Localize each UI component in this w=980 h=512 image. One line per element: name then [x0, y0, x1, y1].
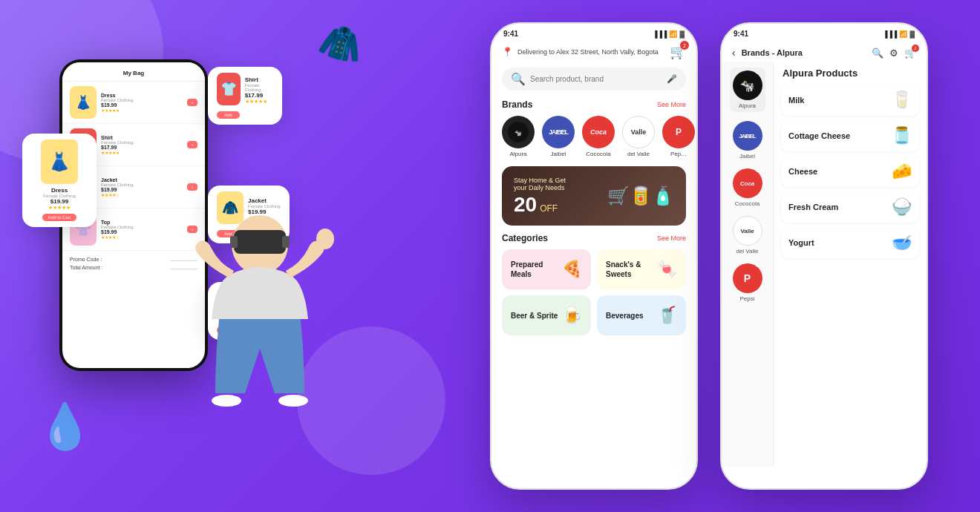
brand-delvalle[interactable]: Valle del Valle	[622, 116, 655, 157]
categories-title: Categories	[502, 233, 548, 243]
brands-title: Brands	[502, 99, 532, 110]
promo-items: 🛒🥫🧴	[607, 186, 674, 206]
products-list: Alpura Products Milk 🥛 Cottage Cheese 🫙 …	[774, 62, 927, 467]
category-beverages[interactable]: Beverages 🥤	[597, 295, 686, 335]
shirt-add-btn[interactable]: Add	[217, 111, 240, 119]
pepsi-logo: P	[662, 116, 695, 148]
product-milk[interactable]: Milk 🥛	[781, 85, 919, 116]
product-cottage-cheese[interactable]: Cottage Cheese 🫙	[781, 120, 919, 151]
shirt-name: Shirt	[245, 76, 273, 83]
dress-add-btn[interactable]: Add to Cart	[42, 214, 76, 221]
cheese-icon: 🧀	[892, 162, 912, 181]
right-cart-icon[interactable]: 🛒 2	[904, 47, 916, 59]
right-signal-icon: ▐▐▐	[883, 30, 897, 38]
promo-off: OFF	[540, 203, 558, 214]
sidebar-brand-cococola[interactable]: Coca Cococola	[733, 168, 762, 207]
search-bar[interactable]: 🔍 🎤	[502, 68, 686, 91]
total-label: Total Amount :	[70, 265, 102, 270]
bag-item-add[interactable]: +	[187, 141, 197, 148]
right-time: 9:41	[734, 30, 748, 38]
svg-point-4	[316, 229, 334, 249]
mic-icon[interactable]: 🎤	[667, 74, 677, 84]
category-prepared-meals[interactable]: Prepared Meals 🍕	[502, 249, 591, 289]
svg-rect-3	[282, 236, 290, 248]
yogurt-icon: 🥣	[892, 233, 912, 252]
dress-card-img: 👗	[41, 140, 78, 184]
jaibel-logo: JAIBEL	[542, 116, 575, 148]
right-phone: 9:41 ▐▐▐ 📶 ▓ ‹ Brands - Alpura 🔍 ⚙ 🛒 2 🐄	[720, 22, 928, 490]
svg-rect-1	[234, 230, 286, 254]
sidebar-pepsi-name: Pepsi	[739, 295, 754, 302]
delivery-address: 32 Street, North Vally, Bogota	[571, 48, 659, 56]
sidebar-pepsi-logo: P	[733, 263, 762, 293]
cart-count: 2	[680, 41, 689, 50]
back-button[interactable]: ‹	[732, 47, 736, 59]
sidebar-brand-jaibel[interactable]: JAIBEL Jaibel	[733, 121, 762, 160]
bag-item[interactable]: 👗 Dress Female Clothing $19.99 ★★★★★ +	[62, 82, 205, 124]
promo-discount: 20	[514, 194, 537, 215]
sidebar-jaibel-name: Jaibel	[739, 153, 755, 160]
bag-title: My Bag	[62, 62, 205, 82]
sidebar-alpura-name: Alpura	[739, 102, 756, 109]
delivery-bar: 📍 Delivering to Alex 32 Street, North Va…	[491, 41, 696, 63]
snacks-icon: 🍬	[657, 260, 677, 279]
product-fresh-cream[interactable]: Fresh Cream 🍚	[781, 191, 919, 223]
vr-person	[148, 148, 371, 445]
promo-label: Promo Code :	[70, 257, 102, 262]
brand-cococola[interactable]: Coca Cococola	[582, 116, 615, 157]
sidebar-cococola-logo: Coca	[733, 168, 762, 198]
location-icon: 📍	[502, 47, 513, 57]
brand-pepsi-partial[interactable]: P Pep…	[662, 116, 695, 157]
search-header-icon[interactable]: 🔍	[872, 47, 883, 59]
floating-dress-card[interactable]: 👗 Dress Female Clothing $19.99 ★★★★★ Add…	[22, 134, 97, 227]
right-header: ‹ Brands - Alpura 🔍 ⚙ 🛒 2	[722, 41, 927, 62]
brands-sidebar: 🐄 Alpura JAIBEL Jaibel Coca Cococola	[722, 62, 774, 467]
shirt-category: Female Clothing	[245, 83, 273, 92]
milk-splash: 💧	[37, 400, 93, 453]
right-wifi-icon: 📶	[899, 30, 907, 38]
categories-see-more[interactable]: See More	[657, 234, 686, 242]
right-title: Brands - Alpura	[742, 48, 866, 57]
brands-see-more[interactable]: See More	[657, 101, 686, 108]
svg-text:🐄: 🐄	[514, 129, 522, 137]
status-icons: ▐▐▐ 📶 ▓	[653, 30, 685, 38]
promo-line2: your Daily Needs	[514, 184, 566, 191]
search-input[interactable]	[530, 75, 662, 83]
search-icon: 🔍	[511, 72, 526, 86]
sidebar-brand-delvalle[interactable]: Valle del Valle	[733, 216, 762, 255]
battery-icon: ▓	[679, 30, 685, 38]
sidebar-brand-pepsi[interactable]: P Pepsi	[733, 263, 762, 302]
delivery-label: Delivering to Alex	[517, 48, 569, 56]
bag-item-name: Shirt	[101, 135, 183, 140]
cart-badge-container[interactable]: 🛒 2	[670, 44, 686, 60]
fresh-cream-icon: 🍚	[892, 197, 912, 217]
svg-point-5	[212, 395, 241, 407]
bag-item-stars: ★★★★★	[101, 108, 183, 113]
cottage-cheese-name: Cottage Cheese	[788, 131, 850, 140]
right-status-bar: 9:41 ▐▐▐ 📶 ▓	[722, 24, 927, 41]
brand-jaibel[interactable]: JAIBEL Jaibel	[542, 116, 575, 157]
floating-shirt-card[interactable]: 👕 Shirt Female Clothing $17.99 ★★★★★ Add	[208, 67, 282, 125]
sidebar-brand-alpura[interactable]: 🐄 Alpura	[730, 68, 765, 112]
dress-card-stars: ★★★★★	[48, 205, 71, 211]
product-yogurt[interactable]: Yogurt 🥣	[781, 227, 919, 258]
brand-alpura[interactable]: 🐄 Alpura	[502, 116, 535, 157]
filter-icon[interactable]: ⚙	[889, 47, 898, 59]
sidebar-jaibel-logo: JAIBEL	[733, 121, 762, 151]
dress-card-name: Dress	[51, 187, 68, 194]
category-beer[interactable]: Beer & Sprite 🍺	[502, 295, 591, 335]
product-cheese[interactable]: Cheese 🧀	[781, 156, 919, 187]
bag-item-info: Dress Female Clothing $19.99 ★★★★★	[101, 93, 183, 113]
shirt-stars: ★★★★★	[245, 99, 273, 105]
bag-item-price: $19.99	[101, 102, 183, 108]
bag-item-add[interactable]: +	[187, 99, 197, 106]
svg-rect-2	[230, 236, 238, 248]
category-snacks[interactable]: Snack's & Sweets 🍬	[597, 249, 686, 289]
wifi-icon: 📶	[669, 30, 677, 38]
alpura-logo: 🐄	[502, 116, 535, 148]
right-status-icons: ▐▐▐ 📶 ▓	[883, 30, 915, 38]
promo-banner[interactable]: Stay Home & Get your Daily Needs 20 OFF …	[502, 166, 686, 226]
promo-line1: Stay Home & Get	[514, 177, 566, 184]
products-title: Alpura Products	[781, 68, 919, 79]
bag-item-name: Dress	[101, 93, 183, 98]
